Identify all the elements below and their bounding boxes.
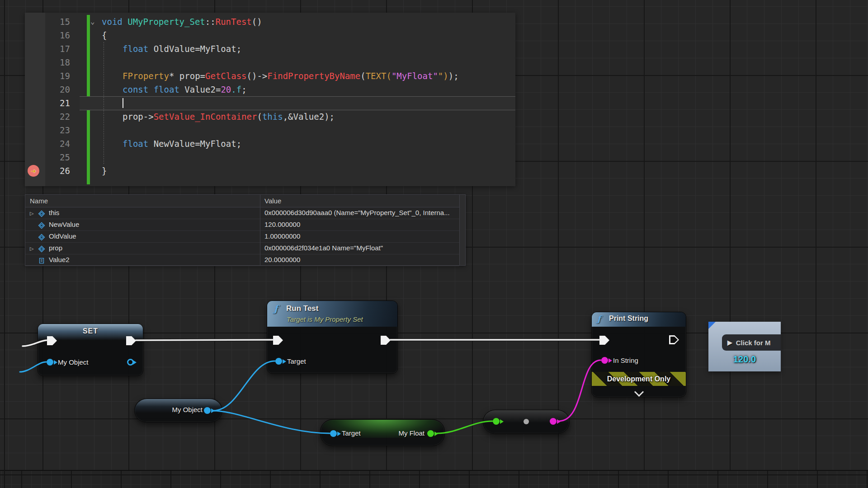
code-line-17[interactable]: 17float OldValue=MyFloat; <box>25 42 515 56</box>
click-for-more-label: Click for M <box>736 339 771 347</box>
function-icon: ƒ <box>597 314 601 324</box>
column-divider[interactable] <box>260 195 260 265</box>
line-number: 16 <box>43 28 70 42</box>
line-number: 26 <box>43 164 70 178</box>
set-my-object-input-pin[interactable] <box>47 359 53 366</box>
code-line-23[interactable]: 23 <box>25 123 515 137</box>
watch-name: NewValue <box>49 219 79 230</box>
get-my-float-target-label: Target <box>342 429 361 437</box>
run-test-subtitle: Target is My Property Set <box>287 315 363 323</box>
print-string-in-string-pin[interactable] <box>601 357 608 364</box>
wire-object-myobject-to-get-target[interactable] <box>213 411 330 433</box>
code-line-21[interactable]: 21 <box>25 96 515 110</box>
line-number: 23 <box>43 123 70 137</box>
code-line-20[interactable]: 20const float Value2=20.f; <box>25 83 515 96</box>
line-number: 20 <box>43 83 70 96</box>
code-line-16[interactable]: 16{ <box>25 28 515 42</box>
print-string-exec-out-pin[interactable] <box>669 335 679 344</box>
code-text: float NewValue=MyFloat; <box>123 137 241 150</box>
fold-chevron-icon[interactable]: ⌄ <box>90 15 95 28</box>
get-my-float-output-pin[interactable] <box>427 430 434 437</box>
wire-exec-set-to-runtest[interactable] <box>136 340 273 340</box>
code-line-25[interactable]: 25 <box>25 150 515 164</box>
development-only-banner: Development Only <box>592 372 686 386</box>
click-for-more-button[interactable]: ▶ Click for M <box>722 334 781 351</box>
wire-exec-set-to-runtest-halo <box>136 340 273 340</box>
line-number: 24 <box>43 137 70 150</box>
watch-row-NewValue[interactable]: NewValue120.000000 <box>25 219 459 231</box>
line-number: 22 <box>43 110 70 123</box>
watch-header-row: Name Value <box>25 195 465 207</box>
node-set-my-object[interactable]: SET My Object <box>38 324 143 376</box>
set-node-title: SET <box>38 327 143 335</box>
watch-row-OldValue[interactable]: OldValue1.00000000 <box>25 230 459 243</box>
watch-value: 1.00000000 <box>264 230 300 242</box>
watch-value: 20.0000000 <box>264 254 300 266</box>
watch-row-this[interactable]: ▷this0x000006d30d90aaa0 (Name="MyPropert… <box>25 207 459 219</box>
watch-window[interactable]: Name Value ▷this0x000006d30d90aaa0 (Name… <box>25 194 466 266</box>
get-my-float-target-pin[interactable] <box>330 430 337 437</box>
conversion-input-pin[interactable] <box>493 418 500 425</box>
code-editor[interactable]: 15⌄void UMyProperty_Set::RunTest()16{17f… <box>25 13 515 186</box>
instruction-pointer-breakpoint-icon[interactable]: ➜ <box>28 165 39 177</box>
chevron-down-icon[interactable] <box>634 387 644 397</box>
watch-value: 0x000006d30d90aaa0 (Name="MyProperty_Set… <box>264 207 450 219</box>
code-text: } <box>102 164 107 178</box>
node-float-to-string-conversion[interactable] <box>483 410 570 434</box>
node-get-my-float[interactable]: Target My Float <box>320 419 445 446</box>
debug-watch-bubble[interactable]: ▶ Click for M 120.0 <box>708 322 781 371</box>
node-run-test[interactable]: ƒ Run Test Target is My Property Set Tar… <box>267 300 398 374</box>
code-line-22[interactable]: 22prop->SetValue_InContainer(this,&Value… <box>25 110 515 123</box>
print-string-title: Print String <box>609 314 648 323</box>
watch-row-Value2[interactable]: Value220.0000000 <box>25 254 459 266</box>
run-test-exec-out-pin[interactable] <box>381 336 391 345</box>
expander-icon[interactable]: ▷ <box>30 243 33 254</box>
code-text: void UMyProperty_Set::RunTest() <box>102 15 262 28</box>
line-number: 19 <box>43 69 70 83</box>
conversion-dot-icon <box>524 419 529 424</box>
run-test-target-label: Target <box>287 357 306 365</box>
watch-name: OldValue <box>49 230 76 242</box>
wire-object-myobject-to-runtest-target[interactable] <box>213 361 275 411</box>
code-line-24[interactable]: 24float NewValue=MyFloat; <box>25 137 515 150</box>
column-name[interactable]: Name <box>30 195 48 207</box>
code-text: float OldValue=MyFloat; <box>123 42 241 56</box>
function-icon: ƒ <box>274 303 278 314</box>
run-test-exec-in-pin[interactable] <box>273 336 283 345</box>
code-text: const float Value2=20.f; <box>123 83 247 96</box>
code-line-19[interactable]: 19FProperty* prop=GetClass()->FindProper… <box>25 69 515 83</box>
code-text: { <box>102 28 107 42</box>
column-value[interactable]: Value <box>264 195 281 207</box>
watch-value: 120.000000 <box>264 219 300 230</box>
run-test-title: Run Test <box>286 304 318 313</box>
node-my-object-getter[interactable]: My Object <box>134 399 222 422</box>
my-object-output-pin[interactable] <box>204 407 211 414</box>
run-test-target-pin[interactable] <box>275 358 282 365</box>
play-icon: ▶ <box>727 339 732 346</box>
fine-grid-strip <box>0 470 868 488</box>
print-string-exec-in-pin[interactable] <box>599 336 609 345</box>
watch-scrollbar[interactable] <box>459 195 465 265</box>
unreal-blueprint-debug-screen: SET My Object ƒ Run Test Target is My Pr… <box>0 0 868 488</box>
line-number: 18 <box>43 56 70 69</box>
conversion-output-pin[interactable] <box>550 418 557 425</box>
set-output-pin[interactable] <box>127 359 134 366</box>
set-my-object-pin-label: My Object <box>58 358 89 366</box>
text-cursor <box>123 98 123 108</box>
expander-icon[interactable]: ▷ <box>30 207 33 219</box>
code-text: prop->SetValue_InContainer(this,&Value2)… <box>123 110 335 123</box>
code-line-26[interactable]: ➜26} <box>25 164 515 178</box>
watch-name: Value2 <box>49 254 70 266</box>
node-print-string[interactable]: ƒ Print String In String Development Onl… <box>591 312 686 397</box>
line-number: 17 <box>43 42 70 56</box>
get-my-float-output-label: My Float <box>393 429 425 437</box>
code-text: FProperty* prop=GetClass()->FindProperty… <box>123 69 459 83</box>
bubble-corner-marker <box>708 322 716 329</box>
code-line-15[interactable]: 15⌄void UMyProperty_Set::RunTest() <box>25 15 515 28</box>
graph-edge-line <box>4 0 5 488</box>
code-line-18[interactable]: 18 <box>25 56 515 69</box>
line-number: 21 <box>43 96 70 110</box>
watch-row-prop[interactable]: ▷prop0x000006d2f034e1a0 Name="MyFloat" <box>25 242 459 254</box>
print-string-in-string-label: In String <box>613 357 638 364</box>
local-variable-icon <box>38 256 45 268</box>
